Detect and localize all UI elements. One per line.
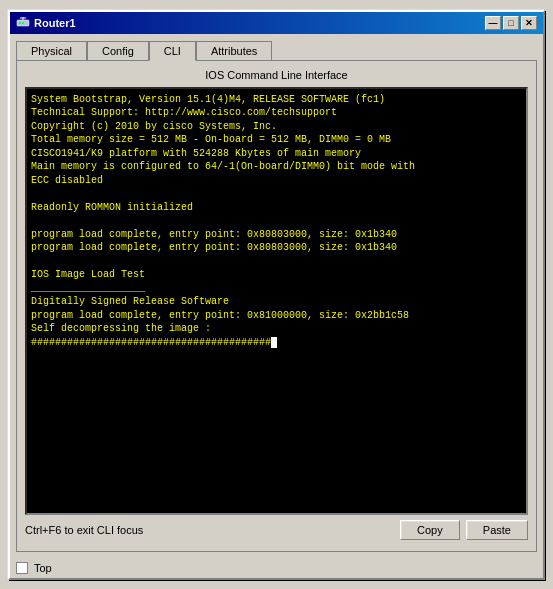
copy-button[interactable]: Copy [400,520,460,540]
cli-line-1: System Bootstrap, Version 15.1(4)M4, REL… [31,94,415,348]
title-bar: Router1 — □ ✕ [10,12,543,34]
action-buttons: Copy Paste [400,520,528,540]
footer: Top [10,558,543,578]
cli-cursor [271,337,277,348]
panel-title: IOS Command Line Interface [25,69,528,81]
top-label: Top [34,562,52,574]
tab-bar: Physical Config CLI Attributes [16,40,537,60]
minimize-button[interactable]: — [485,16,501,30]
window-content: Physical Config CLI Attributes IOS Comma… [10,34,543,558]
router-icon [16,16,30,30]
bottom-bar: Ctrl+F6 to exit CLI focus Copy Paste [25,515,528,543]
main-window: Router1 — □ ✕ Physical Config CLI Attrib… [8,10,545,580]
top-checkbox[interactable] [16,562,28,574]
cli-tab-panel: IOS Command Line Interface System Bootst… [16,60,537,552]
tab-attributes[interactable]: Attributes [196,41,272,61]
tab-cli[interactable]: CLI [149,41,196,61]
title-bar-left: Router1 [16,16,76,30]
cli-terminal[interactable]: System Bootstrap, Version 15.1(4)M4, REL… [25,87,528,515]
svg-point-1 [19,22,21,24]
svg-point-2 [22,22,24,24]
title-buttons: — □ ✕ [485,16,537,30]
close-button[interactable]: ✕ [521,16,537,30]
tab-config[interactable]: Config [87,41,149,61]
cli-hint-text: Ctrl+F6 to exit CLI focus [25,524,143,536]
paste-button[interactable]: Paste [466,520,528,540]
tab-physical[interactable]: Physical [16,41,87,61]
restore-button[interactable]: □ [503,16,519,30]
window-title: Router1 [34,17,76,29]
cli-output: System Bootstrap, Version 15.1(4)M4, REL… [31,93,522,350]
